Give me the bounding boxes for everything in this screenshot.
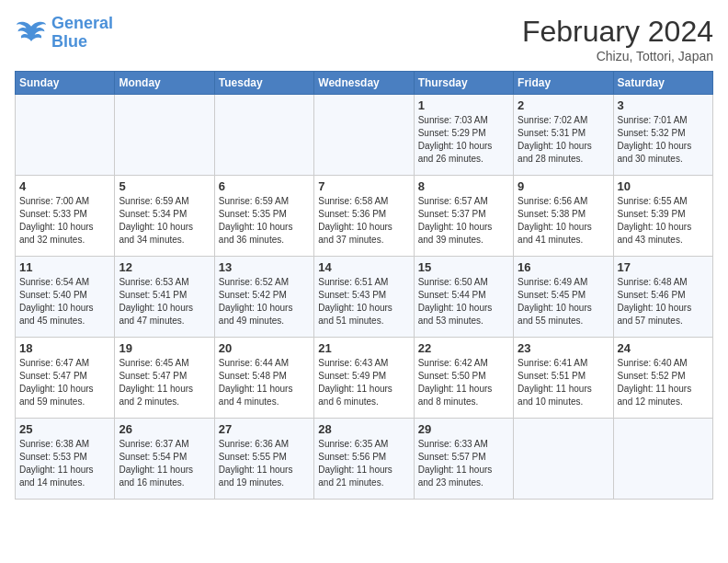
day-cell: 10Sunrise: 6:55 AM Sunset: 5:39 PM Dayli…: [613, 176, 712, 257]
day-number: 10: [618, 179, 709, 193]
day-number: 24: [618, 341, 709, 355]
day-info: Sunrise: 7:02 AM Sunset: 5:31 PM Dayligh…: [518, 114, 609, 166]
day-number: 12: [119, 260, 210, 274]
day-number: 13: [219, 260, 310, 274]
week-row-5: 25Sunrise: 6:38 AM Sunset: 5:53 PM Dayli…: [16, 419, 713, 500]
day-cell: 3Sunrise: 7:01 AM Sunset: 5:32 PM Daylig…: [613, 95, 712, 176]
month-year-title: February 2024: [522, 15, 713, 49]
week-row-2: 4Sunrise: 7:00 AM Sunset: 5:33 PM Daylig…: [16, 176, 713, 257]
day-number: 9: [518, 179, 609, 193]
day-number: 16: [518, 260, 609, 274]
day-info: Sunrise: 6:37 AM Sunset: 5:54 PM Dayligh…: [119, 438, 210, 489]
day-info: Sunrise: 6:56 AM Sunset: 5:38 PM Dayligh…: [518, 195, 609, 247]
day-info: Sunrise: 6:54 AM Sunset: 5:40 PM Dayligh…: [19, 276, 110, 327]
day-cell: 28Sunrise: 6:35 AM Sunset: 5:56 PM Dayli…: [314, 419, 414, 500]
day-cell: 13Sunrise: 6:52 AM Sunset: 5:42 PM Dayli…: [214, 257, 313, 338]
day-info: Sunrise: 6:52 AM Sunset: 5:42 PM Dayligh…: [219, 276, 310, 327]
day-number: 8: [418, 179, 509, 193]
day-info: Sunrise: 6:43 AM Sunset: 5:49 PM Dayligh…: [318, 357, 409, 408]
week-row-4: 18Sunrise: 6:47 AM Sunset: 5:47 PM Dayli…: [16, 338, 713, 419]
calendar-header: SundayMondayTuesdayWednesdayThursdayFrid…: [16, 72, 713, 95]
day-info: Sunrise: 6:33 AM Sunset: 5:57 PM Dayligh…: [418, 438, 509, 489]
day-cell: 18Sunrise: 6:47 AM Sunset: 5:47 PM Dayli…: [16, 338, 115, 419]
header-cell-friday: Friday: [514, 72, 613, 95]
day-cell: [314, 95, 414, 176]
day-info: Sunrise: 7:03 AM Sunset: 5:29 PM Dayligh…: [418, 114, 509, 166]
day-info: Sunrise: 6:40 AM Sunset: 5:52 PM Dayligh…: [618, 357, 709, 408]
day-info: Sunrise: 6:59 AM Sunset: 5:34 PM Dayligh…: [119, 195, 210, 247]
day-info: Sunrise: 7:01 AM Sunset: 5:32 PM Dayligh…: [618, 114, 709, 166]
day-info: Sunrise: 6:47 AM Sunset: 5:47 PM Dayligh…: [19, 357, 110, 408]
day-number: 5: [119, 179, 210, 193]
day-cell: 7Sunrise: 6:58 AM Sunset: 5:36 PM Daylig…: [314, 176, 414, 257]
title-block: February 2024 Chizu, Tottori, Japan: [522, 15, 713, 63]
week-row-3: 11Sunrise: 6:54 AM Sunset: 5:40 PM Dayli…: [16, 257, 713, 338]
day-number: 2: [518, 98, 609, 112]
day-number: 4: [19, 179, 110, 193]
day-cell: [16, 95, 115, 176]
logo-general: General: [51, 14, 113, 32]
day-cell: 29Sunrise: 6:33 AM Sunset: 5:57 PM Dayli…: [414, 419, 513, 500]
day-number: 22: [418, 341, 509, 355]
day-cell: 26Sunrise: 6:37 AM Sunset: 5:54 PM Dayli…: [115, 419, 214, 500]
day-cell: 12Sunrise: 6:53 AM Sunset: 5:41 PM Dayli…: [115, 257, 214, 338]
day-info: Sunrise: 6:35 AM Sunset: 5:56 PM Dayligh…: [318, 438, 409, 489]
day-number: 29: [418, 422, 509, 436]
day-number: 1: [418, 98, 509, 112]
calendar-body: 1Sunrise: 7:03 AM Sunset: 5:29 PM Daylig…: [16, 95, 713, 500]
day-cell: 20Sunrise: 6:44 AM Sunset: 5:48 PM Dayli…: [214, 338, 313, 419]
location-subtitle: Chizu, Tottori, Japan: [522, 49, 713, 63]
day-cell: 21Sunrise: 6:43 AM Sunset: 5:49 PM Dayli…: [314, 338, 414, 419]
day-number: 6: [219, 179, 310, 193]
day-number: 14: [318, 260, 409, 274]
day-cell: 1Sunrise: 7:03 AM Sunset: 5:29 PM Daylig…: [414, 95, 513, 176]
day-number: 15: [418, 260, 509, 274]
day-info: Sunrise: 6:48 AM Sunset: 5:46 PM Dayligh…: [618, 276, 709, 327]
day-number: 26: [119, 422, 210, 436]
day-cell: 4Sunrise: 7:00 AM Sunset: 5:33 PM Daylig…: [16, 176, 115, 257]
day-info: Sunrise: 6:41 AM Sunset: 5:51 PM Dayligh…: [518, 357, 609, 408]
header-cell-thursday: Thursday: [414, 72, 513, 95]
logo-bird-icon: [15, 19, 48, 47]
header-cell-sunday: Sunday: [16, 72, 115, 95]
day-info: Sunrise: 6:38 AM Sunset: 5:53 PM Dayligh…: [19, 438, 110, 489]
logo: General Blue: [15, 15, 113, 52]
day-cell: 11Sunrise: 6:54 AM Sunset: 5:40 PM Dayli…: [16, 257, 115, 338]
day-info: Sunrise: 6:44 AM Sunset: 5:48 PM Dayligh…: [219, 357, 310, 408]
day-cell: 22Sunrise: 6:42 AM Sunset: 5:50 PM Dayli…: [414, 338, 513, 419]
day-cell: 27Sunrise: 6:36 AM Sunset: 5:55 PM Dayli…: [214, 419, 313, 500]
day-number: 3: [618, 98, 709, 112]
day-info: Sunrise: 6:59 AM Sunset: 5:35 PM Dayligh…: [219, 195, 310, 247]
day-info: Sunrise: 6:36 AM Sunset: 5:55 PM Dayligh…: [219, 438, 310, 489]
day-cell: 25Sunrise: 6:38 AM Sunset: 5:53 PM Dayli…: [16, 419, 115, 500]
day-number: 17: [618, 260, 709, 274]
day-number: 28: [318, 422, 409, 436]
day-cell: 5Sunrise: 6:59 AM Sunset: 5:34 PM Daylig…: [115, 176, 214, 257]
day-cell: 9Sunrise: 6:56 AM Sunset: 5:38 PM Daylig…: [514, 176, 613, 257]
day-cell: 6Sunrise: 6:59 AM Sunset: 5:35 PM Daylig…: [214, 176, 313, 257]
day-number: 19: [119, 341, 210, 355]
day-info: Sunrise: 6:58 AM Sunset: 5:36 PM Dayligh…: [318, 195, 409, 247]
page-header: General Blue February 2024 Chizu, Tottor…: [15, 15, 713, 63]
day-info: Sunrise: 6:55 AM Sunset: 5:39 PM Dayligh…: [618, 195, 709, 247]
day-number: 7: [318, 179, 409, 193]
day-cell: [514, 419, 613, 500]
header-cell-tuesday: Tuesday: [214, 72, 313, 95]
day-number: 21: [318, 341, 409, 355]
day-number: 27: [219, 422, 310, 436]
day-info: Sunrise: 6:50 AM Sunset: 5:44 PM Dayligh…: [418, 276, 509, 327]
day-info: Sunrise: 6:57 AM Sunset: 5:37 PM Dayligh…: [418, 195, 509, 247]
day-number: 25: [19, 422, 110, 436]
day-cell: 16Sunrise: 6:49 AM Sunset: 5:45 PM Dayli…: [514, 257, 613, 338]
day-cell: 2Sunrise: 7:02 AM Sunset: 5:31 PM Daylig…: [514, 95, 613, 176]
day-cell: [613, 419, 712, 500]
header-cell-saturday: Saturday: [613, 72, 712, 95]
header-cell-wednesday: Wednesday: [314, 72, 414, 95]
day-number: 20: [219, 341, 310, 355]
day-info: Sunrise: 6:51 AM Sunset: 5:43 PM Dayligh…: [318, 276, 409, 327]
day-cell: 24Sunrise: 6:40 AM Sunset: 5:52 PM Dayli…: [613, 338, 712, 419]
day-cell: 15Sunrise: 6:50 AM Sunset: 5:44 PM Dayli…: [414, 257, 513, 338]
day-cell: [214, 95, 313, 176]
logo-blue: Blue: [51, 32, 87, 51]
day-number: 18: [19, 341, 110, 355]
